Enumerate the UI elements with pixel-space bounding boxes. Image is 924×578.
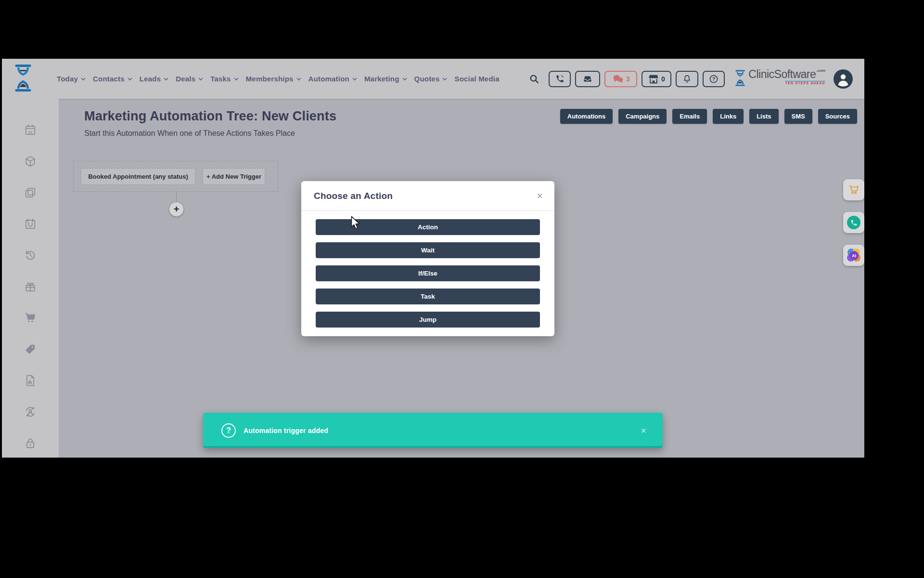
search-button[interactable]	[529, 74, 539, 84]
floating-shop-button[interactable]	[843, 179, 864, 200]
trigger-booked-appointment[interactable]: Booked Appointment (any status)	[81, 168, 195, 185]
tree-connector-line	[176, 192, 177, 202]
toast-progress-bar	[203, 446, 663, 448]
chevron-down-icon	[402, 78, 407, 81]
clinicsoftware-logo[interactable]: ClinicSoftware .com TEN STEPS AHEAD	[734, 69, 825, 89]
phone-icon	[555, 74, 565, 83]
phone-button[interactable]	[549, 71, 571, 87]
history-icon[interactable]	[24, 249, 37, 262]
toast-message: Automation trigger added	[244, 427, 328, 434]
main-menu: Today Contacts Leads Deals Tasks Members…	[57, 59, 500, 99]
chevron-down-icon	[234, 78, 239, 81]
page-title: Marketing Automation Tree: New Clients	[84, 109, 336, 124]
tab-sms[interactable]: SMS	[784, 109, 812, 124]
question-circle-icon: ?	[221, 423, 236, 438]
menu-marketing[interactable]: Marketing	[364, 75, 407, 83]
menu-deals[interactable]: Deals	[176, 75, 203, 83]
page-subtitle: Start this Automation When one of These …	[84, 129, 295, 138]
cart-icon	[847, 184, 860, 196]
app-logo[interactable]	[13, 63, 34, 95]
hourglass-logo-icon	[13, 86, 34, 94]
svg-text:?: ?	[712, 76, 715, 81]
copy-icon[interactable]	[24, 186, 37, 199]
help-icon: ?	[709, 74, 719, 84]
lock-icon[interactable]	[24, 437, 37, 449]
tab-sources[interactable]: Sources	[818, 109, 857, 124]
shop-button[interactable]: 0	[642, 71, 671, 87]
user-avatar[interactable]	[834, 69, 853, 89]
chevron-down-icon	[296, 78, 301, 81]
tab-emails[interactable]: Emails	[672, 109, 707, 124]
tab-lists[interactable]: Lists	[749, 109, 778, 124]
add-new-trigger-button[interactable]: + Add New Trigger	[203, 168, 265, 185]
svg-text:12: 12	[28, 130, 33, 134]
tab-automations[interactable]: Automations	[560, 109, 613, 124]
modal-close-button[interactable]: ×	[537, 191, 543, 201]
calendar-icon[interactable]: 12	[24, 124, 37, 136]
tab-campaigns[interactable]: Campaigns	[618, 109, 667, 124]
inbox-button[interactable]	[575, 71, 600, 87]
jump-option-button[interactable]: Jump	[316, 312, 540, 328]
chat-bubbles-icon	[612, 74, 624, 84]
package-icon[interactable]	[24, 155, 37, 168]
brand-name: ClinicSoftware	[748, 69, 816, 80]
messages-count-badge: 3	[626, 75, 630, 83]
gift-icon[interactable]	[24, 280, 37, 293]
chevron-down-icon	[352, 78, 357, 81]
brand-domain: .com	[816, 69, 825, 73]
chevron-down-icon	[81, 78, 86, 81]
menu-memberships[interactable]: Memberships	[246, 75, 301, 83]
ai-label: AI	[849, 251, 859, 260]
choose-action-modal: Choose an Action × Action Wait If/Else T…	[301, 181, 554, 336]
toast-close-button[interactable]: ×	[641, 425, 646, 436]
chevron-down-icon	[164, 78, 168, 81]
chevron-down-icon	[442, 78, 447, 81]
app-window: Today Contacts Leads Deals Tasks Members…	[2, 59, 864, 458]
hourglass-logo-icon	[734, 69, 746, 89]
menu-today[interactable]: Today	[57, 75, 86, 83]
toast-notification: ? Automation trigger added ×	[203, 413, 663, 448]
nav-controls: 3 0 ? ClinicSoftware .com	[529, 59, 853, 99]
help-button[interactable]: ?	[703, 71, 725, 87]
menu-leads[interactable]: Leads	[140, 75, 168, 83]
triggers-container: Booked Appointment (any status) + Add Ne…	[73, 161, 278, 192]
whatsapp-icon	[847, 216, 860, 229]
modal-title: Choose an Action	[314, 191, 393, 201]
search-icon	[529, 74, 539, 84]
shop-count-badge: 0	[661, 75, 665, 83]
add-node-button[interactable]: +	[169, 202, 184, 217]
menu-contacts[interactable]: Contacts	[93, 75, 132, 83]
user-sync-icon[interactable]	[24, 406, 37, 418]
action-option-button[interactable]: Action	[316, 219, 540, 235]
inbox-icon	[582, 74, 593, 84]
menu-automation[interactable]: Automation	[308, 75, 357, 83]
storefront-icon	[648, 74, 659, 84]
task-option-button[interactable]: Task	[316, 289, 540, 304]
brand-tagline: TEN STEPS AHEAD	[785, 81, 825, 85]
menu-tasks[interactable]: Tasks	[210, 75, 238, 83]
sidebar: 12	[2, 99, 59, 458]
chevron-down-icon	[128, 78, 132, 81]
menu-quotes[interactable]: Quotes	[414, 75, 448, 83]
bell-icon	[682, 74, 692, 84]
top-nav: Today Contacts Leads Deals Tasks Members…	[2, 59, 864, 99]
wait-option-button[interactable]: Wait	[316, 242, 540, 258]
ai-icon: AI	[846, 248, 861, 263]
menu-social-media[interactable]: Social Media	[454, 75, 499, 83]
calendar-import-icon[interactable]	[24, 218, 37, 230]
chevron-down-icon	[198, 78, 203, 81]
floating-whatsapp-button[interactable]	[843, 212, 864, 233]
messages-button[interactable]: 3	[604, 71, 637, 87]
notifications-button[interactable]	[676, 71, 698, 87]
tab-links[interactable]: Links	[713, 109, 744, 124]
ifelse-option-button[interactable]: If/Else	[316, 265, 540, 281]
resource-tabs: Automations Campaigns Emails Links Lists…	[560, 109, 857, 124]
report-icon[interactable]	[24, 374, 37, 387]
cart-icon[interactable]	[24, 312, 37, 324]
tag-icon[interactable]	[24, 343, 37, 355]
floating-ai-button[interactable]: AI	[843, 245, 864, 266]
